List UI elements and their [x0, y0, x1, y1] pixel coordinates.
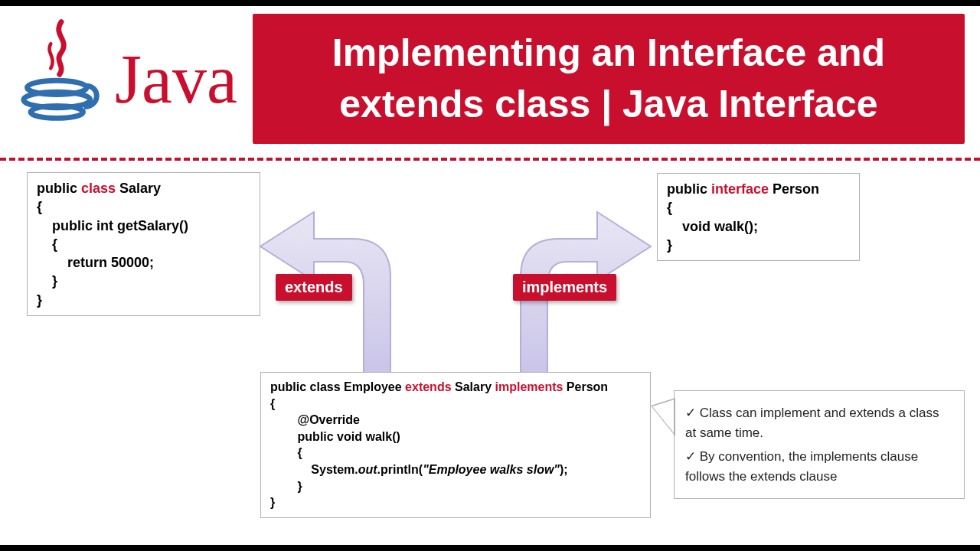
- code-text: }: [37, 292, 42, 308]
- code-text: .println(: [377, 463, 423, 476]
- code-text: Person: [769, 181, 819, 197]
- person-code-box: public interface Person { void walk(); }: [657, 173, 860, 261]
- code-text: }: [37, 273, 57, 289]
- code-text: "Employee walks slow": [423, 463, 560, 476]
- keyword-implements: implements: [495, 380, 563, 393]
- code-text: {: [270, 446, 302, 459]
- code-text: }: [270, 496, 275, 509]
- header: Java Implementing an Interface and exten…: [0, 6, 980, 152]
- java-logo-text: Java: [115, 40, 237, 119]
- java-logo-area: Java: [15, 6, 253, 152]
- code-text: }: [667, 237, 672, 253]
- java-cup-icon: [15, 18, 107, 140]
- info-box: Class can implement and extends a class …: [674, 390, 965, 499]
- code-text: Salary: [116, 181, 161, 196]
- code-text: return 50000;: [37, 255, 154, 270]
- diagram-content: public class Salary { public int getSala…: [0, 161, 980, 543]
- code-text: }: [270, 480, 302, 493]
- title-banner: Implementing an Interface and extends cl…: [253, 14, 965, 144]
- code-text: public int getSalary(): [37, 218, 188, 233]
- code-text: Person: [563, 380, 608, 393]
- code-text: Salary: [452, 380, 495, 393]
- extends-label: extends: [276, 274, 352, 301]
- code-text: public: [667, 181, 711, 197]
- code-text: public class Employee: [270, 380, 405, 393]
- code-text: void walk();: [667, 219, 758, 234]
- keyword-extends: extends: [405, 380, 451, 393]
- code-text: System.: [270, 463, 358, 476]
- code-text: {: [270, 397, 275, 410]
- salary-code-box: public class Salary { public int getSala…: [27, 172, 260, 316]
- code-text: public: [37, 181, 81, 196]
- code-text: {: [37, 199, 42, 214]
- code-text: out: [358, 463, 377, 476]
- code-text: public void walk(): [270, 430, 400, 443]
- implements-label: implements: [513, 274, 616, 301]
- keyword-interface: interface: [711, 181, 769, 197]
- info-point-2: By convention, the implements clause fol…: [685, 447, 953, 486]
- code-text: {: [667, 200, 672, 215]
- code-text: @Override: [270, 413, 360, 426]
- callout-pointer-icon: [651, 398, 675, 436]
- code-text: {: [37, 236, 57, 252]
- employee-code-box: public class Employee extends Salary imp…: [260, 372, 651, 518]
- keyword-class: class: [81, 181, 116, 196]
- info-point-1: Class can implement and extends a class …: [685, 403, 953, 442]
- svg-point-2: [31, 106, 83, 118]
- code-text: );: [560, 463, 568, 476]
